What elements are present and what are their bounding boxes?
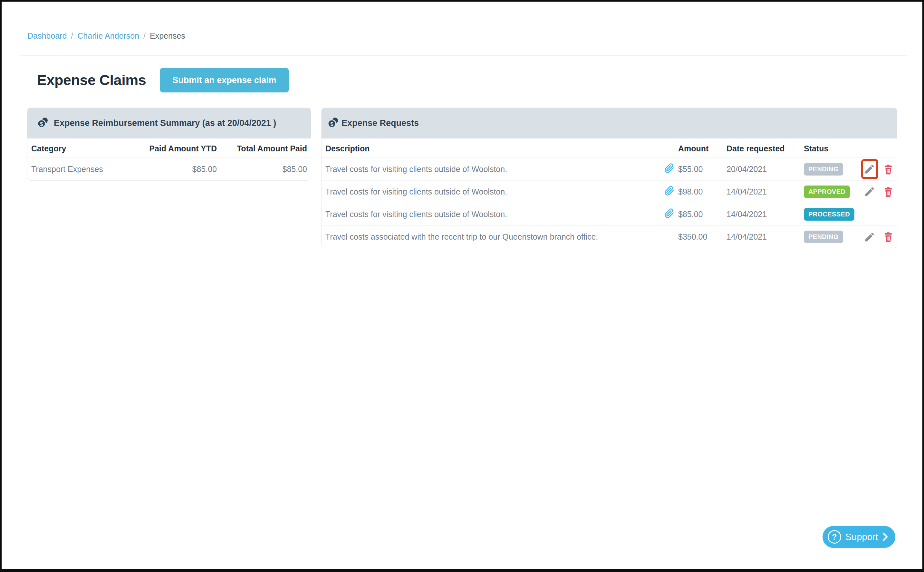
- breadcrumb: Dashboard/Charlie Anderson/Expenses: [27, 31, 185, 41]
- column-header-description: Description: [322, 138, 652, 158]
- trash-icon: [884, 232, 893, 242]
- paperclip-icon[interactable]: [664, 186, 674, 196]
- column-header-paid-amount-ytd: Paid Amount YTD: [134, 138, 221, 158]
- edit-button[interactable]: [861, 182, 878, 202]
- column-header-amount: Amount: [674, 138, 723, 158]
- paperclip-icon[interactable]: [664, 208, 674, 218]
- page-header: Expense Claims Submit an expense claim: [37, 68, 289, 92]
- date-requested-cell: 14/04/2021: [723, 225, 800, 248]
- status-badge: PROCESSED: [804, 208, 854, 221]
- status-badge: APPROVED: [804, 185, 850, 198]
- status-badge: PENDING: [804, 231, 843, 243]
- edit-button-highlighted[interactable]: [861, 159, 878, 179]
- support-label: Support: [845, 532, 878, 542]
- coins-icon: $: [37, 117, 49, 129]
- expense-requests-title: Expense Requests: [342, 118, 419, 128]
- amount-cell: $55.00: [674, 158, 723, 180]
- breadcrumb-separator: /: [71, 31, 73, 41]
- description-cell: Travel costs associated with the recent …: [322, 225, 652, 248]
- status-badge: PENDING: [804, 163, 843, 176]
- amount-cell: $85.00: [674, 203, 723, 225]
- column-header-actions: [861, 138, 897, 158]
- trash-icon: [884, 164, 893, 174]
- amount-cell: $350.00: [674, 225, 723, 248]
- page-title: Expense Claims: [37, 72, 146, 89]
- breadcrumb-divider: [20, 55, 907, 56]
- expense-requests-table: Description Amount Date requested Status…: [322, 138, 897, 248]
- delete-button[interactable]: [882, 159, 895, 179]
- column-header-status: Status: [800, 138, 861, 158]
- column-header-category: Category: [27, 138, 134, 158]
- expense-summary-panel-header: $ Expense Reimbursement Summary (as at 2…: [27, 108, 311, 138]
- requests-header-row: Description Amount Date requested Status: [322, 138, 897, 158]
- coins-icon-slot: $: [327, 117, 339, 130]
- date-requested-cell: 14/04/2021: [723, 180, 800, 203]
- expense-requests-panel: $ Expense Requests Description Amount Da…: [322, 108, 897, 248]
- column-header-attachment: [652, 138, 674, 158]
- date-requested-cell: 20/04/2021: [723, 158, 800, 180]
- support-button[interactable]: ? Support: [823, 526, 895, 548]
- expense-requests-panel-header: $ Expense Requests: [322, 108, 897, 138]
- breadcrumb-item-expenses: Expenses: [150, 31, 185, 41]
- coins-icon: $: [327, 117, 339, 129]
- breadcrumb-separator: /: [143, 31, 146, 41]
- request-table-row: Travel costs for visiting clients outsid…: [322, 180, 897, 203]
- edit-button[interactable]: [861, 227, 878, 247]
- date-requested-cell: 14/04/2021: [723, 203, 800, 225]
- total-paid-cell: $85.00: [221, 158, 311, 180]
- description-cell: Travel costs for visiting clients outsid…: [322, 203, 652, 225]
- request-table-row: Travel costs for visiting clients outsid…: [322, 158, 897, 180]
- summary-table-row: Transport Expenses $85.00 $85.00: [27, 158, 311, 180]
- column-header-total-amount-paid: Total Amount Paid: [221, 138, 311, 158]
- svg-text:$: $: [40, 121, 43, 127]
- requests-table-body: Travel costs for visiting clients outsid…: [322, 158, 897, 248]
- paperclip-icon[interactable]: [664, 163, 674, 173]
- paid-ytd-cell: $85.00: [134, 158, 221, 180]
- request-table-row: Travel costs associated with the recent …: [322, 225, 897, 248]
- expense-summary-panel: $ Expense Reimbursement Summary (as at 2…: [27, 108, 311, 180]
- edit-pencil-icon: [864, 163, 875, 175]
- summary-header-row: Category Paid Amount YTD Total Amount Pa…: [27, 138, 311, 158]
- summary-table-body: Transport Expenses $85.00 $85.00: [27, 158, 311, 180]
- coins-icon-slot: $: [37, 117, 49, 130]
- expense-summary-title: Expense Reimbursement Summary (as at 20/…: [54, 118, 276, 128]
- delete-button[interactable]: [882, 227, 895, 247]
- chevron-right-icon: [882, 532, 888, 541]
- submit-expense-claim-button[interactable]: Submit an expense claim: [160, 68, 289, 92]
- breadcrumb-item-dashboard[interactable]: Dashboard: [27, 31, 67, 41]
- edit-pencil-icon: [864, 186, 875, 197]
- edit-pencil-icon: [864, 231, 875, 243]
- svg-text:$: $: [330, 121, 333, 127]
- expense-summary-table: Category Paid Amount YTD Total Amount Pa…: [27, 138, 311, 180]
- delete-button[interactable]: [882, 182, 895, 202]
- breadcrumb-item-charlie-anderson[interactable]: Charlie Anderson: [77, 31, 139, 41]
- description-cell: Travel costs for visiting clients outsid…: [322, 158, 652, 180]
- question-mark-icon: ?: [828, 530, 841, 544]
- amount-cell: $98.00: [674, 180, 723, 203]
- trash-icon: [884, 187, 893, 197]
- description-cell: Travel costs for visiting clients outsid…: [322, 180, 652, 203]
- column-header-date-requested: Date requested: [723, 138, 800, 158]
- app-window: Dashboard/Charlie Anderson/Expenses Expe…: [0, 0, 924, 572]
- request-table-row: Travel costs for visiting clients outsid…: [322, 203, 897, 225]
- category-cell: Transport Expenses: [27, 158, 134, 180]
